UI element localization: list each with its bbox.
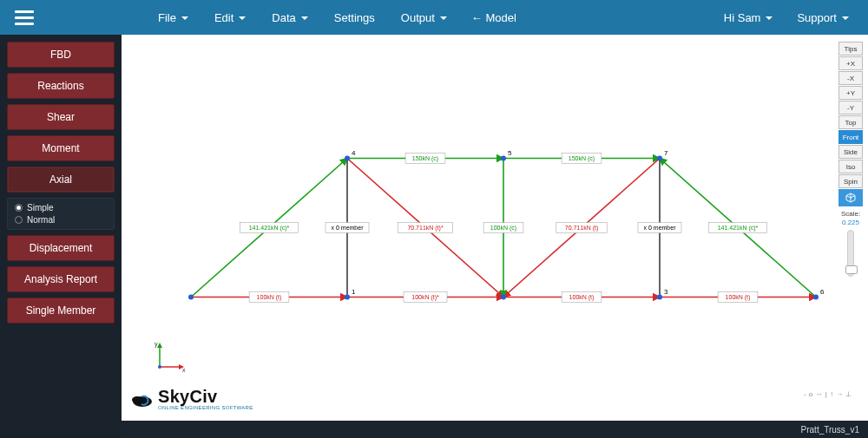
view-tips-button[interactable]: Tips xyxy=(838,42,863,56)
svg-text:100kN (t): 100kN (t) xyxy=(726,294,751,301)
member-label: 141.421kN (c)* xyxy=(240,223,299,233)
main-menu: FileEditDataSettingsOutput xyxy=(146,4,459,31)
view-minus-x-button[interactable]: -X xyxy=(838,71,863,85)
logo-tagline: ONLINE ENGINEERING SOFTWARE xyxy=(158,405,253,410)
support-menu[interactable]: Support xyxy=(785,4,861,31)
node-label: 3 xyxy=(664,288,668,296)
node-label: 5 xyxy=(508,149,512,157)
logo-brand: SkyCiv xyxy=(158,388,253,405)
node[interactable] xyxy=(501,295,506,300)
view-spin-button[interactable]: Spin xyxy=(838,174,863,188)
member-label: x 0 member xyxy=(638,223,681,233)
svg-text:141.421kN (c)*: 141.421kN (c)* xyxy=(718,225,759,232)
svg-text:x 0 member: x 0 member xyxy=(644,225,677,231)
menu-output[interactable]: Output xyxy=(389,4,459,31)
svg-text:70.711kN (t): 70.711kN (t) xyxy=(565,225,599,232)
user-menu[interactable]: Hi Sam xyxy=(712,4,786,31)
scale-label: Scale: xyxy=(838,210,863,218)
result-shear-button[interactable]: Shear xyxy=(7,104,115,130)
member-label: 150kN (c) xyxy=(405,154,445,164)
hamburger-menu-button[interactable] xyxy=(7,0,42,35)
model-canvas[interactable]: 100kN (t)100kN (t)*100kN (t)100kN (t)150… xyxy=(122,35,868,421)
menu-edit[interactable]: Edit xyxy=(202,4,258,31)
result-reactions-button[interactable]: Reactions xyxy=(7,73,115,99)
svg-text:100kN (t): 100kN (t) xyxy=(257,294,282,301)
radio-simple[interactable]: Simple xyxy=(15,203,107,212)
project-name: Pratt_Truss_v1 xyxy=(801,425,859,435)
scale-slider[interactable] xyxy=(847,230,854,277)
svg-text:100kN (t): 100kN (t) xyxy=(569,294,595,301)
svg-point-34 xyxy=(132,396,142,403)
svg-text:x: x xyxy=(182,367,186,373)
svg-text:100kN (c): 100kN (c) xyxy=(490,225,516,232)
node[interactable] xyxy=(345,295,350,300)
result-displacement-button[interactable]: Displacement xyxy=(7,235,115,261)
view-plusminus-y-button[interactable]: +Y xyxy=(838,86,863,100)
member-label: 100kN (c) xyxy=(483,223,523,233)
node[interactable] xyxy=(657,295,662,300)
member-label: x 0 member xyxy=(326,223,369,233)
top-toolbar: FileEditDataSettingsOutput Model Hi Sam … xyxy=(0,0,868,35)
node-label: 6 xyxy=(820,288,825,296)
truss-diagram: 100kN (t)100kN (t)*100kN (t)100kN (t)150… xyxy=(122,35,868,421)
status-bar: Pratt_Truss_v1 xyxy=(122,421,868,438)
view-front-button[interactable]: Front xyxy=(838,130,863,144)
svg-text:141.421kN (c)*: 141.421kN (c)* xyxy=(249,225,290,232)
result-single-member-button[interactable]: Single Member xyxy=(7,297,115,324)
result-moment-button[interactable]: Moment xyxy=(7,135,115,161)
svg-text:70.711kN (t)*: 70.711kN (t)* xyxy=(407,225,444,232)
view-iso-button[interactable]: Iso xyxy=(838,160,863,173)
node-label: 7 xyxy=(664,149,668,157)
member-label: 70.711kN (t) xyxy=(556,223,607,233)
skyciv-logo: SkyCiv ONLINE ENGINEERING SOFTWARE xyxy=(130,388,253,410)
svg-text:y: y xyxy=(155,341,158,348)
member-label: 70.711kN (t)* xyxy=(398,223,453,233)
axial-mode-radio-group: SimpleNormal xyxy=(7,198,115,230)
svg-point-30 xyxy=(158,365,161,369)
view-top-button[interactable]: Top xyxy=(838,115,863,129)
view-cube-button[interactable] xyxy=(838,189,863,206)
back-to-model-button[interactable]: Model xyxy=(459,4,529,31)
node[interactable] xyxy=(345,156,350,161)
svg-text:x 0 member: x 0 member xyxy=(332,225,365,231)
axes-gizmo: x y xyxy=(153,339,187,374)
member-label: 150kN (c) xyxy=(562,154,602,164)
node[interactable] xyxy=(657,156,662,161)
result-axial-button[interactable]: Axial xyxy=(7,167,115,193)
member-label: 141.421kN (c)* xyxy=(709,223,767,233)
node-label: 1 xyxy=(352,288,356,296)
node-label: 4 xyxy=(352,149,356,157)
member-label: 100kN (t) xyxy=(249,292,289,303)
member-label: 100kN (t)* xyxy=(404,292,447,303)
svg-text:100kN (t)*: 100kN (t)* xyxy=(411,294,439,301)
menu-file[interactable]: File xyxy=(146,4,201,31)
menu-data[interactable]: Data xyxy=(260,4,319,31)
member-label: 100kN (t) xyxy=(718,292,758,303)
node[interactable] xyxy=(813,295,819,300)
view-toolbar: Tips+X-X+Y-YTopFrontSideIsoSpinScale:0.2… xyxy=(838,42,863,277)
menu-settings[interactable]: Settings xyxy=(322,4,387,31)
result-fbd-button[interactable]: FBD xyxy=(7,42,115,68)
snap-indicators: - o ↔ | ↑ → ⊥ xyxy=(804,390,852,398)
view-side-button[interactable]: Side xyxy=(838,145,863,159)
svg-text:150kN (c): 150kN (c) xyxy=(412,155,438,162)
node[interactable] xyxy=(188,295,194,300)
scale-value: 0.225 xyxy=(838,219,863,226)
radio-normal[interactable]: Normal xyxy=(15,215,107,225)
node[interactable] xyxy=(501,156,506,161)
member-label: 100kN (t) xyxy=(562,292,602,303)
svg-marker-29 xyxy=(157,343,162,348)
view-plusminus-x-button[interactable]: +X xyxy=(838,56,863,70)
svg-text:150kN (c): 150kN (c) xyxy=(569,155,595,162)
results-sidebar: FBDReactionsShearMomentAxialSimpleNormal… xyxy=(0,35,122,438)
result-analysis-report-button[interactable]: Analysis Report xyxy=(7,266,115,292)
view-minus-y-button[interactable]: -Y xyxy=(838,101,863,114)
